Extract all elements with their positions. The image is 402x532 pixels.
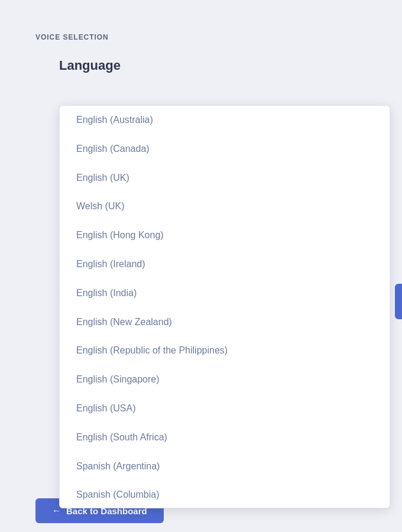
language-dropdown[interactable]: English (Australia)English (Canada)Engli… <box>59 105 390 508</box>
language-option[interactable]: English (USA) <box>60 394 390 423</box>
side-accent <box>395 284 402 319</box>
page-container: VOICE SELECTION Language English (Austra… <box>0 0 402 532</box>
language-option[interactable]: Spanish (Argentina) <box>60 452 390 481</box>
language-option[interactable]: English (UK) <box>60 164 390 193</box>
language-option[interactable]: Spanish (Columbia) <box>60 481 390 508</box>
language-option[interactable]: English (India) <box>60 279 390 308</box>
language-option[interactable]: English (Canada) <box>60 135 390 164</box>
language-list[interactable]: English (Australia)English (Canada)Engli… <box>60 106 390 508</box>
language-option[interactable]: English (Ireland) <box>60 250 390 279</box>
section-title: VOICE SELECTION <box>0 0 402 41</box>
language-option[interactable]: English (South Africa) <box>60 423 390 452</box>
language-option[interactable]: English (Australia) <box>60 106 390 135</box>
language-option[interactable]: English (Republic of the Philippines) <box>60 336 390 365</box>
language-option[interactable]: English (Hong Kong) <box>60 221 390 250</box>
language-option[interactable]: English (Singapore) <box>60 365 390 394</box>
language-option[interactable]: English (New Zealand) <box>60 308 390 337</box>
language-label: Language <box>0 41 402 73</box>
language-option[interactable]: Welsh (UK) <box>60 192 390 221</box>
